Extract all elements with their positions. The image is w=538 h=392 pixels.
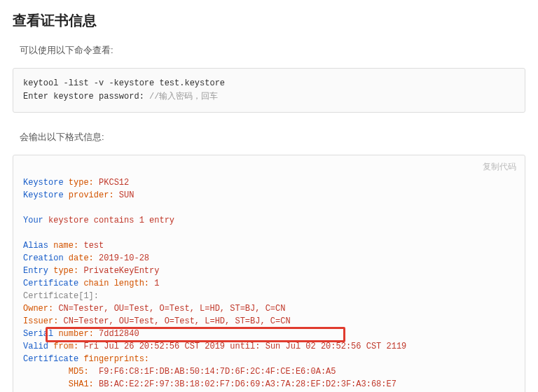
- serial-label: Serial: [23, 329, 58, 339]
- entry-type-val: PrivateKeyEntry: [78, 266, 159, 276]
- owner-kw: Owner:: [23, 304, 53, 314]
- cert-label: Certificate: [23, 279, 83, 288]
- from-kw: from:: [53, 342, 78, 351]
- contains-line: keystore contains 1 entry: [48, 216, 174, 225]
- type-kw: type:: [69, 178, 94, 188]
- md5-kw: MD5:: [69, 367, 94, 377]
- page-title: 查看证书信息: [13, 11, 525, 30]
- cmd-line: keytool -list -v -keystore test.keystore: [23, 78, 225, 88]
- output-intro: 会输出以下格式信息:: [20, 131, 525, 144]
- valid-val: Fri Jul 26 20:52:56 CST 2019 until: Sun …: [78, 342, 406, 351]
- your-kw: Your: [23, 216, 48, 225]
- enter-pw-comment: //输入密码，回车: [149, 92, 218, 102]
- name-kw: name:: [53, 241, 78, 251]
- keystore-label: Keystore: [23, 178, 69, 188]
- provider-kw: provider:: [69, 190, 114, 200]
- copy-code-link[interactable]: 复制代码: [483, 161, 516, 174]
- output-codeblock: 复制代码Keystore type: PKCS12 Keystore provi…: [13, 155, 525, 392]
- chain-val: 1: [149, 279, 159, 288]
- entry-label: Entry: [23, 266, 53, 276]
- type-val: PKCS12: [94, 178, 129, 188]
- number-kw: number:: [58, 329, 93, 339]
- valid-label: Valid: [23, 342, 53, 351]
- fp-kw: fingerprints:: [83, 354, 149, 364]
- sha1-val: BB:AC:E2:2F:97:3B:18:02:F7:D6:69:A3:7A:2…: [94, 379, 396, 389]
- sha1-kw: SHA1:: [69, 379, 94, 389]
- date-kw: date:: [69, 253, 94, 263]
- provider-val: SUN: [114, 190, 134, 200]
- issuer-kw: Issuer:: [23, 316, 58, 326]
- md5-val: F9:F6:C8:1F:DB:AB:50:14:7D:6F:2C:4F:CE:E…: [94, 367, 336, 377]
- enter-pw-label: Enter keystore password:: [23, 92, 149, 102]
- issuer-val: CN=Tester, OU=Test, O=Test, L=HD, ST=BJ,…: [58, 316, 290, 326]
- cert-idx: Certificate[1]:: [23, 291, 99, 301]
- serial-val: 7dd12840: [94, 329, 139, 339]
- keystore-label2: Keystore: [23, 190, 69, 200]
- chain-kw: chain length:: [83, 279, 149, 288]
- alias-val: test: [78, 241, 104, 251]
- entry-type-kw: type:: [53, 266, 78, 276]
- intro-text: 可以使用以下命令查看:: [20, 44, 525, 57]
- cert-label2: Certificate: [23, 354, 83, 364]
- date-val: 2019-10-28: [94, 253, 149, 263]
- alias-kw: Alias: [23, 241, 53, 251]
- owner-val: CN=Tester, OU=Test, O=Test, L=HD, ST=BJ,…: [53, 304, 285, 314]
- command-codeblock: keytool -list -v -keystore test.keystore…: [13, 68, 525, 113]
- creation-label: Creation: [23, 253, 69, 263]
